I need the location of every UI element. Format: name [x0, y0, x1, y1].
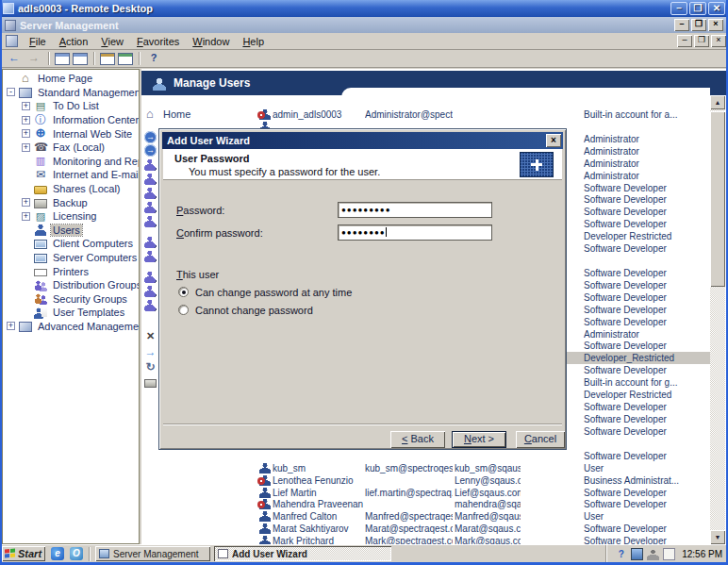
list-scrollbar[interactable]: ▲ ▼ [710, 95, 725, 544]
tray-status-icon[interactable] [647, 548, 659, 560]
scroll-down-icon[interactable]: ▼ [710, 530, 725, 544]
tree-item-licensing[interactable]: Licensing [3, 209, 139, 224]
export-list-icon[interactable] [118, 53, 133, 65]
table-row[interactable]: Mahendra Praveenanmahendra@sqa...Softwar… [255, 498, 710, 510]
password-field[interactable]: ●●●●●●●●● [338, 202, 492, 218]
toolbar-separator [48, 52, 49, 65]
properties-icon[interactable] [100, 53, 115, 65]
expander-plus-icon[interactable] [22, 212, 30, 221]
circle-arrow-icon[interactable] [144, 144, 157, 157]
expander-plus-icon[interactable] [22, 129, 30, 138]
menu-action[interactable]: Action [53, 34, 95, 49]
app-close-icon[interactable]: × [708, 19, 723, 31]
table-row[interactable]: kub_smkub_sm@spectroqestkub_sm@sqausUser [255, 462, 710, 474]
expander-plus-icon[interactable] [7, 322, 15, 330]
user-gear-icon[interactable] [144, 201, 157, 213]
table-row[interactable]: Manfred CaltonManfred@spectraqestManfred… [255, 510, 710, 523]
child-minimize-icon[interactable]: – [677, 35, 692, 47]
internet-explorer-icon[interactable]: e [51, 547, 64, 560]
table-row[interactable]: Lenothea FenunzioLenny@sqaus.comBusiness… [255, 474, 710, 487]
menu-window[interactable]: Window [186, 34, 236, 49]
tree-item-backup[interactable]: Backup [3, 195, 139, 209]
table-row[interactable]: Software Developer [255, 450, 710, 462]
scroll-up-icon[interactable]: ▲ [710, 95, 725, 109]
table-row[interactable]: admin_adls0003Administrator@spect...Buil… [255, 108, 710, 121]
confirm-password-field[interactable]: ●●●●●●●● [338, 224, 492, 241]
task-button-server-management[interactable]: Server Management [95, 546, 210, 561]
user-gear-icon[interactable] [144, 215, 157, 227]
start-button[interactable]: Start [2, 546, 45, 561]
expander-spacer [22, 240, 30, 248]
back-icon[interactable]: ← [6, 51, 23, 66]
restore-icon[interactable]: ❐ [689, 2, 706, 15]
tree-item-internal-web-site[interactable]: Internal Web Site [3, 126, 139, 141]
tree-item-fax-local[interactable]: Fax (Local) [3, 141, 139, 155]
child-restore-icon[interactable]: ❐ [694, 35, 709, 47]
tree-item-client-computers[interactable]: Client Computers [3, 237, 139, 251]
tray-help-icon[interactable]: ? [615, 548, 627, 560]
forward-icon[interactable]: → [25, 51, 42, 66]
tree-item-information-center[interactable]: Information Center [3, 113, 139, 127]
outlook-icon[interactable]: O [70, 547, 83, 560]
task-button-add-user-wizard[interactable]: Add User Wizard [214, 546, 391, 561]
expander-plus-icon[interactable] [22, 116, 30, 125]
tree-item-printers[interactable]: Printers [3, 264, 139, 278]
app-restore-icon[interactable]: ❐ [691, 19, 706, 31]
home-link[interactable]: ⌂ Home [146, 108, 190, 120]
tree-item-distribution-groups[interactable]: Distribution Groups [3, 278, 139, 292]
tree-item-user-templates[interactable]: User Templates [3, 306, 139, 320]
app-minimize-icon[interactable]: – [674, 19, 689, 31]
next-button[interactable]: Next > [452, 431, 506, 448]
scrollbar-thumb[interactable] [710, 111, 725, 287]
go-icon[interactable] [144, 346, 157, 358]
user-gear-icon[interactable] [144, 271, 157, 283]
user-gear-icon[interactable] [144, 236, 157, 248]
minimize-icon[interactable]: – [670, 2, 687, 15]
close-icon[interactable]: ✕ [708, 2, 725, 15]
back-button[interactable]: < Back [390, 431, 445, 448]
tree-item-monitoring-and-reporting[interactable]: Monitoring and Reporting [3, 155, 139, 169]
menu-favorites[interactable]: Favorites [130, 34, 186, 49]
cancel-button[interactable]: Cancel [516, 431, 565, 448]
group-label: This user [176, 269, 219, 280]
tray-display-icon[interactable] [631, 548, 643, 560]
cell-desc: Software Developer [584, 317, 708, 327]
tree-item-shares-local[interactable]: Shares (Local) [3, 182, 139, 196]
user-gear-icon[interactable] [144, 250, 157, 262]
expander-plus-icon[interactable] [22, 143, 30, 152]
help-icon[interactable]: ? [145, 51, 162, 66]
print-icon[interactable] [144, 379, 157, 388]
tree-item-users[interactable]: Users [3, 224, 139, 238]
user-gear-icon[interactable] [144, 158, 157, 171]
menu-file[interactable]: File [23, 34, 53, 49]
cannot-change-password-radio[interactable] [178, 305, 189, 315]
table-row[interactable]: Mark PritchardMark@spectraqest.comMark@s… [255, 535, 710, 544]
tree-item-server-computers[interactable]: Server Computers [3, 251, 139, 265]
user-gear-icon[interactable] [144, 187, 157, 199]
table-row[interactable]: Marat SakhtiyarovMarat@spectraqest.c...M… [255, 523, 710, 535]
tree-item-standard-management[interactable]: Standard Management [3, 86, 139, 100]
tree-item-security-groups[interactable]: Security Groups [3, 292, 139, 307]
expander-plus-icon[interactable] [22, 198, 30, 207]
expander-minus-icon[interactable] [7, 88, 15, 96]
tree-item-to-do-list[interactable]: To Do List [3, 99, 139, 113]
user-gear-icon[interactable] [144, 285, 157, 297]
child-close-icon[interactable]: × [711, 35, 726, 47]
tree-item-home-page[interactable]: Home Page [3, 72, 139, 86]
can-change-password-radio[interactable] [178, 287, 189, 297]
menu-view[interactable]: View [94, 34, 130, 49]
refresh-icon[interactable] [144, 361, 157, 374]
delete-icon[interactable] [144, 330, 157, 342]
table-row[interactable]: Lief Martinlief.martin@spectraq...Lief@s… [255, 487, 710, 499]
user-gear-icon[interactable] [144, 299, 157, 311]
tray-updates-icon[interactable] [663, 548, 675, 560]
menu-help[interactable]: Help [236, 34, 271, 49]
expander-plus-icon[interactable] [22, 102, 30, 110]
circle-arrow-icon[interactable] [144, 131, 157, 143]
user-gear-icon[interactable] [144, 173, 157, 185]
tree-item-advanced-management[interactable]: Advanced Management [3, 320, 139, 334]
tree-item-internet-and-e-mail[interactable]: Internet and E-mail [3, 168, 139, 182]
dialog-close-icon[interactable]: × [546, 134, 561, 147]
show-console-tree-icon[interactable] [55, 53, 70, 65]
show-tabs-icon[interactable] [73, 53, 88, 65]
